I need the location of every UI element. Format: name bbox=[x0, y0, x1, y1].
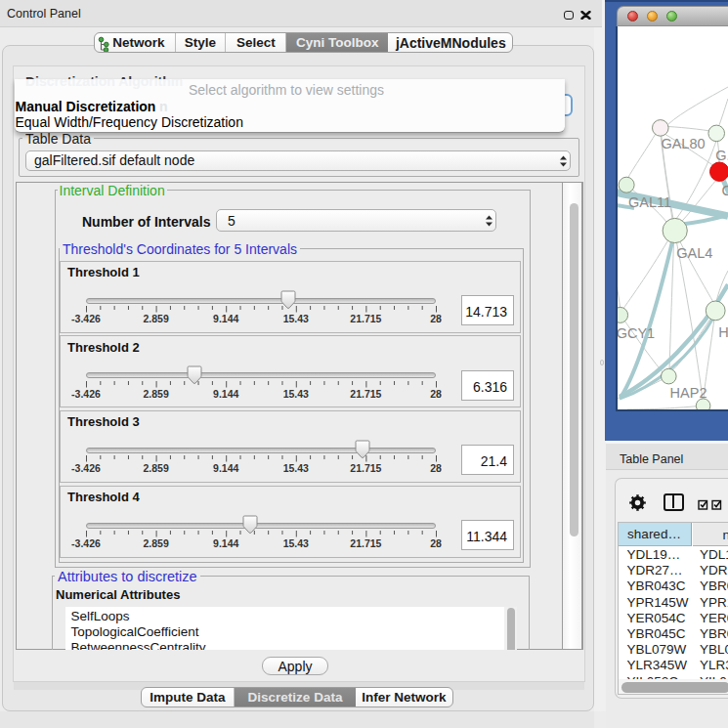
svg-text:H: H bbox=[718, 324, 728, 340]
svg-text:GAL4: GAL4 bbox=[676, 245, 712, 261]
svg-text:GCY1: GCY1 bbox=[618, 325, 655, 341]
svg-text:C: C bbox=[721, 183, 728, 198]
svg-text:G.: G. bbox=[715, 148, 728, 163]
svg-text:HAP2: HAP2 bbox=[670, 385, 707, 401]
svg-text:GAL11: GAL11 bbox=[628, 194, 671, 210]
svg-text:GAL80: GAL80 bbox=[661, 136, 705, 151]
